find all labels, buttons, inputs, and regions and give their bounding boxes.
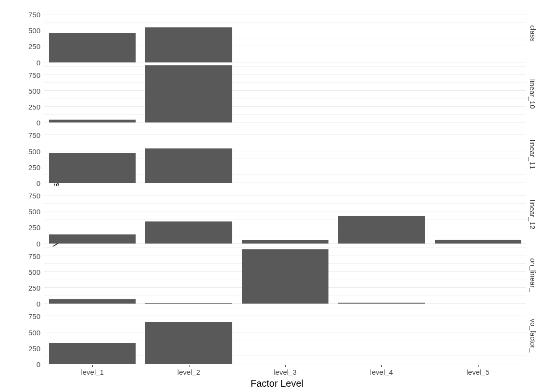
y-tick-label: 750 <box>0 312 40 320</box>
y-tick-label: 250 <box>0 103 40 111</box>
x-axis-label: Factor Level <box>0 378 554 389</box>
y-tick-label: 250 <box>0 42 40 50</box>
y-tick-label: 500 <box>0 86 40 95</box>
facet-strip-label: on_linear_ <box>529 258 537 292</box>
bar <box>49 153 136 183</box>
y-tick-label: 750 <box>0 252 40 260</box>
bar <box>145 322 232 364</box>
bar <box>338 216 425 244</box>
facet-strip-label: linear_11 <box>529 139 537 169</box>
facet-strip: linear_12 <box>526 186 540 244</box>
bar <box>242 240 328 244</box>
y-tick-label: 0 <box>0 239 40 247</box>
x-tick-label: level_5 <box>466 368 490 376</box>
facet-row: 0250500750class <box>44 5 540 62</box>
facet-row: 0250500750linear_10 <box>44 65 540 123</box>
y-tick-label: 0 <box>0 179 40 187</box>
bar <box>49 299 136 304</box>
facet-strip: on_linear_ <box>526 246 540 304</box>
facet-row: 0250500750linear_11 <box>44 125 540 183</box>
facet-strip: linear_10 <box>526 65 540 123</box>
y-tick-label: 500 <box>0 26 40 35</box>
y-tick-label: 250 <box>0 284 40 292</box>
bar <box>49 234 136 244</box>
bar <box>49 33 136 62</box>
y-tick-label: 500 <box>0 147 40 155</box>
y-tick-label: 500 <box>0 268 40 276</box>
x-axis-ticks: level_1level_2level_3level_4level_5 <box>44 365 526 380</box>
y-tick-label: 750 <box>0 10 40 18</box>
plot-area <box>44 246 526 304</box>
facet-strip-label: linear_12 <box>529 200 537 230</box>
plot-area <box>44 125 526 183</box>
y-tick-label: 250 <box>0 344 40 352</box>
y-tick-label: 250 <box>0 163 40 171</box>
faceted-bar-chart: Number of Observations Factor Level 0250… <box>0 0 554 392</box>
facet-strip: linear_11 <box>526 125 540 183</box>
plot-area <box>44 186 526 244</box>
y-tick-label: 0 <box>0 360 40 368</box>
facet-strip: class <box>526 5 540 62</box>
facet-panels: 0250500750class0250500750linear_10025050… <box>44 5 540 364</box>
bar <box>145 148 232 183</box>
x-tick-label: level_3 <box>274 368 297 376</box>
y-tick-label: 500 <box>0 208 40 216</box>
plot-area <box>44 65 526 123</box>
facet-strip: vo_factor_ <box>526 306 540 364</box>
x-tick-label: level_4 <box>370 368 393 376</box>
bar <box>145 27 232 62</box>
y-tick-label: 0 <box>0 58 40 66</box>
facet-strip-label: class <box>529 25 537 42</box>
bar <box>49 343 136 364</box>
bar <box>435 240 521 244</box>
y-tick-label: 0 <box>0 300 40 308</box>
facet-strip-label: vo_factor_ <box>529 318 537 352</box>
facet-row: 0250500750linear_12 <box>44 186 540 244</box>
y-tick-label: 250 <box>0 223 40 232</box>
bar <box>242 249 328 304</box>
facet-row: 0250500750on_linear_ <box>44 246 540 304</box>
y-tick-label: 0 <box>0 119 40 127</box>
bar <box>145 221 232 243</box>
bar <box>145 303 232 304</box>
y-tick-label: 750 <box>0 71 40 79</box>
y-tick-label: 500 <box>0 328 40 336</box>
x-tick-label: level_1 <box>81 368 104 376</box>
bar <box>49 120 136 123</box>
bar <box>338 303 425 304</box>
facet-strip-label: linear_10 <box>529 79 537 109</box>
y-tick-label: 750 <box>0 191 40 199</box>
x-tick-label: level_2 <box>177 368 201 376</box>
y-tick-label: 750 <box>0 131 40 139</box>
plot-area <box>44 306 526 364</box>
facet-row: 0250500750vo_factor_ <box>44 306 540 364</box>
bar <box>145 65 232 123</box>
plot-area <box>44 5 526 62</box>
